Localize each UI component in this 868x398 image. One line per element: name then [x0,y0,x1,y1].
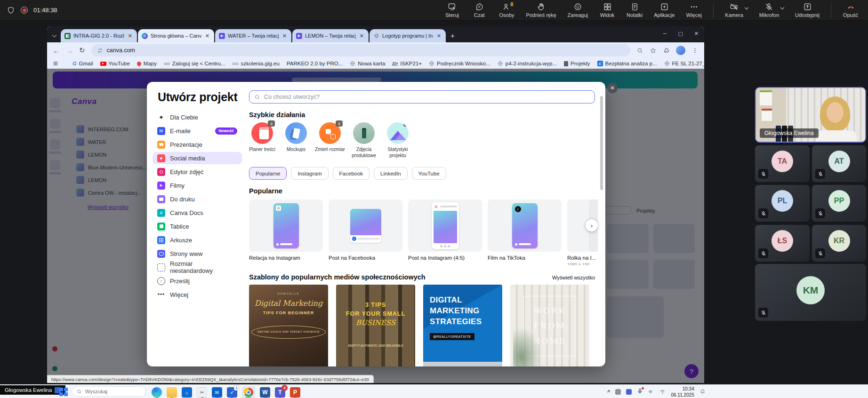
tab-water[interactable]: ▶ WATER – Twoja relacja ✕ [215,29,291,42]
sidebar-item-edytor-zdjec[interactable]: Edytor zdjęć [153,166,242,178]
quick-action-planer-tresci[interactable]: ♛ Planer treści [245,122,279,159]
card-post-instagram-45[interactable]: Post na Instagram (4:5) [408,199,482,265]
quick-action-mockups[interactable]: Mockups [279,122,313,159]
control-aplikacje-button[interactable]: Aplikacje [654,2,675,18]
sidebar-item-strony-www[interactable]: Strony www [153,247,242,260]
modal-scrollbar[interactable] [600,96,603,190]
site-settings-icon[interactable] [97,48,103,54]
window-maximize-button[interactable]: ▢ [678,31,683,37]
profile-avatar[interactable] [676,46,685,55]
control-opusc-button[interactable]: Opuść [843,2,859,18]
control-udostepnij-button[interactable]: Udostępnij [795,2,820,18]
bookmark-nowa-karta[interactable]: Nowa karta [350,61,385,66]
chip-youtube[interactable]: YouTube [412,167,446,180]
tray-mic-active-icon[interactable] [637,388,643,396]
template-digital-marketing-strategies[interactable]: DIGITAL MARKETING STRATEGIES @REALLYGREA… [423,285,502,366]
tab-close-icon[interactable]: ✕ [127,33,133,39]
control-mikrofon-button[interactable]: Mikrofon [759,2,779,18]
snipping-tool-app-icon[interactable]: ✂ [197,387,207,398]
bookmark-projekty[interactable]: Projekty [564,61,590,66]
control-podnies-reke-button[interactable]: Podnieś rękę [526,2,556,18]
bookmark-mapy[interactable]: Mapy [137,61,157,66]
sidebar-item-prezentacje[interactable]: Prezentacje [153,138,242,151]
control-notatki-button[interactable]: Notatki [627,2,643,18]
quick-action-statystyki[interactable]: ♛ Statystyki projektu [381,122,415,159]
quick-action-zmien-rozmiar[interactable]: ♛ Zmień rozmiar [313,122,347,159]
participant-tile[interactable]: PP [812,185,866,222]
zoom-icon[interactable] [636,47,643,54]
mic-options-chevron-icon[interactable] [780,5,784,9]
window-close-button[interactable]: ✕ [694,31,699,37]
bookmark-fesl-pdf[interactable]: FE SL 21-27_v 1.0.pdf [664,61,704,66]
sidebar-item-dla-ciebie[interactable]: ✦Dla Ciebie [153,111,242,123]
control-kamera-button[interactable]: Kamera [725,2,743,18]
tab-close-icon[interactable]: ✕ [359,33,365,39]
tab-close-icon[interactable]: ✕ [281,33,288,39]
tab-close-icon[interactable]: ✕ [204,33,210,39]
address-bar[interactable]: canva.com [91,44,630,56]
sidebar-item-przeslij[interactable]: ↑Prześlij [153,275,242,287]
notifications-bell-icon[interactable] [699,389,706,395]
tab-lemon[interactable]: ▶ LEMON – Twoja relacja ✕ [292,29,369,42]
chip-linkedin[interactable]: LinkedIn [374,167,407,180]
chip-facebook[interactable]: Facebook [333,167,370,180]
card-relacja-instagram[interactable]: Relacja na Instagram [249,199,323,265]
bookmark-zaloguj[interactable]: GiGZaloguj się < Centru... [164,61,225,66]
modal-search-bar[interactable] [249,90,595,103]
taskbar-search-input[interactable] [85,389,132,394]
control-czat-button[interactable]: Czat [471,2,487,18]
tab-logotyp[interactable]: Logotyp programu | Interreg C ✕ [370,29,446,42]
teams-app-icon[interactable]: T3 [275,387,285,398]
sidebar-item-social-media[interactable]: ♥Social media [153,152,242,164]
new-tab-button[interactable]: + [450,32,455,40]
sidebar-item-filmy[interactable]: ▶Filmy [153,179,242,191]
powerpoint-app-icon[interactable]: P [290,387,300,398]
participant-tile[interactable]: TA [755,145,810,182]
chip-instagram[interactable]: Instagram [291,167,328,180]
outlook-app-icon[interactable]: ✉ [212,387,222,398]
sidebar-item-emaile[interactable]: ✉E-maileNowość [153,125,242,137]
reload-button[interactable]: ↻ [79,46,85,55]
sidebar-item-tablice[interactable]: Tablice [153,220,242,232]
card-film-tiktok[interactable]: ♪ Film na TikToka [488,199,562,265]
participant-tile[interactable]: PL [755,185,810,222]
quick-action-zdjecia-produktowe[interactable]: Zdjęcia produktowe [347,122,381,159]
bookmark-bezplatna-analiza[interactable]: CBezpłatna analiza p... [597,61,657,66]
chip-popularne[interactable]: Popularne [249,167,287,180]
browser-menu-icon[interactable] [691,47,699,54]
bookmark-szkolenia[interactable]: GiGszkolenia.gig.eu [233,61,280,66]
bookmark-p4-instrukcja[interactable]: p4-2-instrukcja-wyp... [498,61,557,66]
tab-canva-active[interactable]: C Strona główna – Canva ✕ [138,29,214,42]
back-button[interactable]: ← [53,47,60,55]
chrome-app-icon-active[interactable] [242,386,255,398]
start-button[interactable] [59,388,67,396]
participant-tile[interactable]: ŁS [755,225,810,262]
tab-intra-gig[interactable]: INTRA-GIG 2.0 - Rozliczenie cz ✕ [61,29,137,42]
show-all-templates-link[interactable]: Wyświetl wszystko [552,275,595,280]
template-3-tips-business[interactable]: 3 TIPS FOR YOUR SMALL BUSINESS KEEP IT A… [336,285,415,366]
bookmark-podrecznik[interactable]: Podręcznik Wniosko... [429,61,490,66]
bookmark-iskp[interactable]: 21+ISKP21+ [392,61,422,66]
todo-app-icon[interactable]: ✓1 [227,387,237,398]
taskbar-search[interactable] [72,386,146,397]
window-minimize-button[interactable]: ─ [663,31,667,37]
participant-tile[interactable]: KM [755,264,866,321]
modal-search-input[interactable] [264,94,590,100]
control-zareaguj-button[interactable]: Zareaguj [568,2,588,18]
tray-overflow-chevron-icon[interactable]: ^ [607,389,610,395]
sidebar-item-do-druku[interactable]: Do druku [153,193,242,205]
template-digital-marketing-tips[interactable]: DOMCELLE Digital Marketing TIPS FOR BEGI… [249,285,328,366]
control-osoby-button[interactable]: 8 Osoby [498,2,514,18]
active-speaker-video[interactable]: Głogowska Ewelina [755,87,866,143]
participant-tile[interactable]: KR [812,225,866,262]
card-rolka-instagram[interactable]: Rolka na I... 1080 × 192... [567,199,598,265]
forward-button[interactable]: → [66,47,73,55]
tray-teams-icon[interactable] [626,389,632,395]
store-app-icon[interactable]: ⌂ [182,387,192,398]
extensions-icon[interactable] [663,47,670,54]
bookmark-parkeo[interactable]: PARKEO 2.0 by PRO... [287,61,343,66]
control-steruj-button[interactable]: Steruj [444,2,460,18]
control-widok-button[interactable]: Widok [599,2,615,18]
control-wiecej-button[interactable]: Więcej [686,2,702,18]
bookmark-gmail[interactable]: GGmail [72,61,93,66]
